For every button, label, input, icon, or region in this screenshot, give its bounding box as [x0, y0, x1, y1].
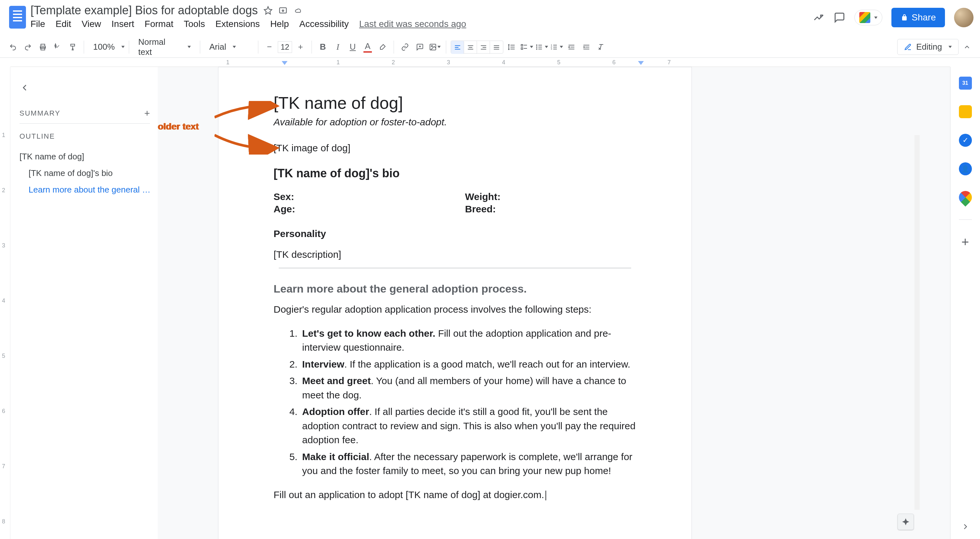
paragraph-style-select[interactable]: Normal text [134, 41, 195, 54]
outline-close-icon[interactable] [19, 83, 153, 94]
menu-edit[interactable]: Edit [56, 19, 71, 29]
list-item: Make it official. After the necessary pa… [300, 450, 636, 478]
personality-label[interactable]: Personality [274, 228, 636, 239]
doc-image-placeholder[interactable]: [TK image of dog] [274, 142, 636, 153]
bold-icon[interactable]: B [317, 41, 329, 54]
get-addons-icon[interactable]: + [961, 235, 969, 249]
increase-font-icon[interactable]: + [294, 41, 307, 54]
menu-view[interactable]: View [81, 19, 101, 29]
paint-format-icon[interactable] [66, 41, 79, 54]
highlight-icon[interactable] [376, 41, 389, 54]
list-item: Interview. If the application is a good … [300, 357, 636, 372]
editing-mode-select[interactable]: Editing [897, 39, 959, 55]
align-left-icon[interactable] [451, 41, 464, 54]
doc-heading-2[interactable]: [TK name of dog]'s bio [274, 167, 636, 180]
menu-format[interactable]: Format [145, 19, 173, 29]
doc-heading-3[interactable]: Learn more about the general adoption pr… [274, 282, 636, 295]
document-title[interactable]: [Template example] Bios for adoptable do… [30, 3, 258, 17]
activity-icon[interactable] [813, 12, 824, 23]
clear-format-icon[interactable] [595, 41, 608, 54]
menu-help[interactable]: Help [270, 19, 289, 29]
comments-icon[interactable] [834, 12, 845, 23]
move-to-drive-icon[interactable] [278, 6, 288, 15]
redo-icon[interactable] [21, 41, 34, 54]
star-icon[interactable] [264, 6, 273, 15]
menu-bar: File Edit View Insert Format Tools Exten… [30, 17, 813, 30]
tasks-icon[interactable] [959, 134, 972, 147]
attr-age[interactable]: Age: [274, 204, 465, 215]
keep-icon[interactable] [959, 105, 972, 118]
doc-closing[interactable]: Fill out an application to adopt [TK nam… [274, 488, 636, 502]
meet-button[interactable] [854, 10, 882, 26]
cloud-status-icon[interactable] [293, 6, 303, 14]
last-edit-link[interactable]: Last edit was seconds ago [359, 19, 466, 29]
insert-link-icon[interactable] [398, 41, 412, 54]
add-summary-icon[interactable]: + [144, 108, 150, 119]
text-color-icon[interactable]: A [361, 41, 374, 54]
font-select[interactable]: Arial [205, 41, 253, 54]
toolbar: 100% Normal text Arial − 12 + B I U A 12… [0, 37, 980, 58]
vertical-ruler[interactable]: 1 2 3 4 5 6 7 8 [0, 67, 10, 539]
doc-description[interactable]: [TK description] [274, 249, 636, 260]
align-center-icon[interactable] [464, 41, 477, 54]
hide-sidepanel-icon[interactable] [961, 522, 970, 533]
decrease-font-icon[interactable]: − [263, 41, 276, 54]
spellcheck-icon[interactable] [51, 41, 64, 54]
align-justify-icon[interactable] [490, 41, 503, 54]
outline-item[interactable]: [TK name of dog] [19, 148, 153, 165]
add-comment-icon[interactable] [414, 41, 426, 54]
font-size-input[interactable]: 12 [278, 41, 292, 53]
indent-marker-left[interactable] [282, 61, 288, 65]
indent-marker-right[interactable] [638, 61, 644, 65]
document-page[interactable]: [TK name of dog] Available for adoption … [218, 67, 692, 539]
underline-icon[interactable]: U [346, 41, 359, 54]
menu-insert[interactable]: Insert [111, 19, 134, 29]
ruler-tick: 4 [502, 59, 505, 66]
horizontal-ruler[interactable]: 1 1 2 3 4 5 6 7 [10, 58, 950, 67]
doc-subtitle[interactable]: Available for adoption or foster-to-adop… [274, 116, 636, 128]
menu-file[interactable]: File [30, 19, 45, 29]
insert-image-icon[interactable] [428, 41, 441, 54]
bulleted-list-icon[interactable] [535, 41, 548, 54]
ruler-tick: 3 [447, 59, 450, 66]
menu-tools[interactable]: Tools [184, 19, 205, 29]
editing-mode-icon [904, 43, 912, 51]
list-item: Meet and greet. You (and all members of … [300, 374, 636, 402]
ruler-tick: 1 [226, 59, 229, 66]
svg-point-9 [536, 48, 538, 50]
contacts-icon[interactable] [959, 163, 972, 175]
doc-heading-1[interactable]: [TK name of dog] [274, 93, 636, 113]
checklist-icon[interactable] [520, 41, 533, 54]
menu-extensions[interactable]: Extensions [215, 19, 260, 29]
scrollbar[interactable] [915, 135, 920, 510]
docs-logo[interactable] [5, 4, 30, 29]
header-bar: [Template example] Bios for adoptable do… [0, 0, 980, 37]
ruler-tick: 1 [337, 59, 340, 66]
collapse-toolbar-icon[interactable] [961, 41, 974, 54]
numbered-list-icon[interactable]: 123 [550, 41, 563, 54]
attr-breed[interactable]: Breed: [465, 204, 496, 215]
list-item: Let's get to know each other. Fill out t… [300, 326, 636, 354]
attr-sex[interactable]: Sex: [274, 191, 465, 202]
outline-item[interactable]: Learn more about the general … [19, 182, 153, 198]
doc-intro[interactable]: Dogier's regular adoption application pr… [274, 302, 636, 317]
outline-heading: OUTLINE [19, 132, 153, 140]
attr-weight[interactable]: Weight: [465, 191, 500, 202]
line-spacing-icon[interactable] [505, 41, 518, 54]
increase-indent-icon[interactable] [580, 41, 593, 54]
decrease-indent-icon[interactable] [565, 41, 578, 54]
outline-item[interactable]: [TK name of dog]'s bio [19, 165, 153, 182]
outline-panel: SUMMARY + OUTLINE [TK name of dog] [TK n… [10, 67, 158, 539]
account-avatar[interactable] [954, 8, 974, 27]
undo-icon[interactable] [6, 41, 19, 54]
share-button[interactable]: Share [891, 8, 945, 27]
calendar-icon[interactable] [959, 77, 972, 89]
print-icon[interactable] [37, 41, 49, 54]
doc-steps-list[interactable]: Let's get to know each other. Fill out t… [274, 326, 636, 478]
explore-button[interactable] [897, 513, 914, 530]
menu-accessibility[interactable]: Accessibility [299, 19, 348, 29]
align-right-icon[interactable] [477, 41, 490, 54]
zoom-select[interactable]: 100% [89, 41, 124, 54]
italic-icon[interactable]: I [331, 41, 344, 54]
maps-icon[interactable] [956, 188, 974, 207]
